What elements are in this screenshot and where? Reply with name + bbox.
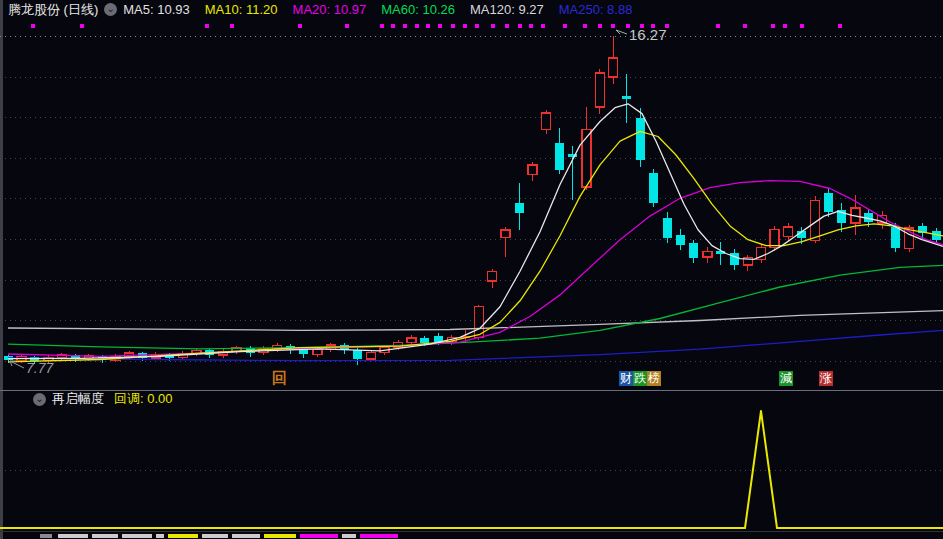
marker-badge[interactable]: 跌	[633, 371, 647, 386]
ma-label: MA5: 10.93	[123, 2, 190, 17]
stock-title: 腾龙股份 (日线)	[8, 1, 98, 19]
stock-app-window: 腾龙股份 (日线) ⌄ MA5: 10.93MA10: 11.20MA20: 1…	[0, 0, 943, 539]
ma-label: MA60: 10.26	[381, 2, 455, 17]
marker-badge[interactable]: 回	[271, 369, 288, 386]
ma-label: MA20: 10.97	[293, 2, 367, 17]
sub-indicator-value: 回调: 0.00	[114, 390, 173, 408]
main-chart-header: 腾龙股份 (日线) ⌄ MA5: 10.93MA10: 11.20MA20: 1…	[0, 0, 943, 19]
collapse-main-panel-icon[interactable]: ⌄	[104, 3, 117, 16]
ma-legend: MA5: 10.93MA10: 11.20MA20: 10.97MA60: 10…	[123, 2, 647, 17]
low-price-annotation: 7.77	[26, 360, 53, 376]
ma-label: MA250: 8.88	[559, 2, 633, 17]
ma-label: MA10: 11.20	[205, 2, 278, 17]
peak-price-annotation: 16.27	[629, 26, 667, 43]
collapse-sub-panel-icon[interactable]: ⌄	[33, 393, 46, 406]
marker-badge[interactable]: 涨	[819, 371, 833, 386]
marker-badge[interactable]: 榜	[647, 371, 661, 386]
sub-indicator-title: 再启幅度	[52, 390, 104, 408]
marker-badge[interactable]: 财	[619, 371, 633, 386]
kline-chart-canvas[interactable]	[0, 0, 943, 539]
marker-badge[interactable]: 減	[779, 371, 793, 386]
sub-indicator-header: ⌄ 再启幅度 回调: 0.00	[0, 391, 943, 407]
ma-label: MA120: 9.27	[470, 2, 544, 17]
